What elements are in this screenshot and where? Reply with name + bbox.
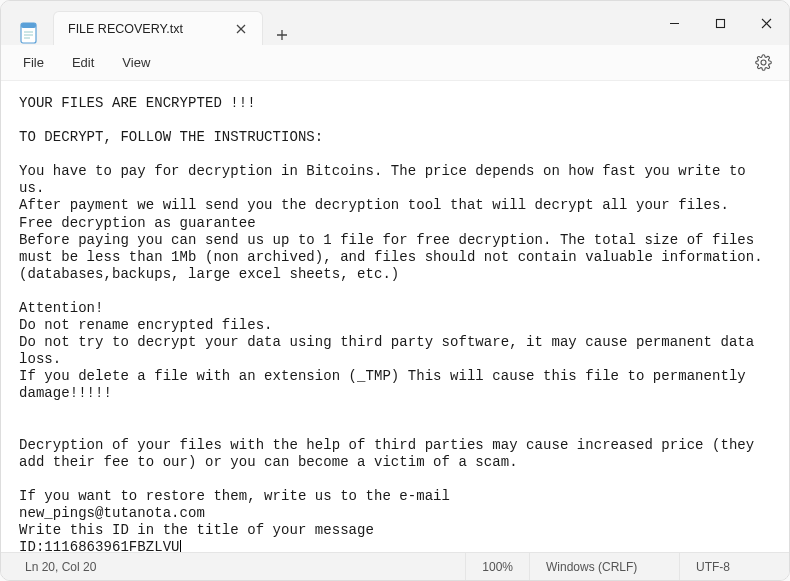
status-encoding[interactable]: UTF-8 — [679, 553, 789, 580]
gear-icon — [755, 54, 772, 71]
text-editor[interactable]: YOUR FILES ARE ENCRYPTED !!! TO DECRYPT,… — [1, 81, 789, 552]
svg-rect-10 — [716, 19, 724, 27]
minimize-button[interactable] — [651, 1, 697, 45]
status-bar: Ln 20, Col 20 100% Windows (CRLF) UTF-8 — [1, 552, 789, 580]
status-zoom[interactable]: 100% — [465, 553, 529, 580]
text-caret — [180, 540, 181, 552]
new-tab-button[interactable] — [265, 29, 299, 41]
notepad-icon — [19, 21, 39, 45]
maximize-button[interactable] — [697, 1, 743, 45]
status-line-ending[interactable]: Windows (CRLF) — [529, 553, 679, 580]
tab-title: FILE RECOVERY.txt — [68, 22, 222, 36]
settings-button[interactable] — [745, 54, 781, 71]
menu-bar: File Edit View — [1, 45, 789, 81]
window-controls — [651, 1, 789, 45]
tab-file-recovery[interactable]: FILE RECOVERY.txt — [53, 11, 263, 45]
close-tab-button[interactable] — [232, 20, 250, 38]
document-text: YOUR FILES ARE ENCRYPTED !!! TO DECRYPT,… — [19, 95, 771, 552]
maximize-icon — [715, 18, 726, 29]
svg-rect-1 — [21, 23, 36, 28]
menu-file[interactable]: File — [9, 49, 58, 76]
menu-view[interactable]: View — [108, 49, 164, 76]
title-bar: FILE RECOVERY.txt — [1, 1, 789, 45]
app-icon — [9, 21, 49, 45]
close-button[interactable] — [743, 1, 789, 45]
minimize-icon — [669, 18, 680, 29]
close-icon — [236, 24, 246, 34]
plus-icon — [276, 29, 288, 41]
status-cursor-position: Ln 20, Col 20 — [1, 553, 112, 580]
close-icon — [761, 18, 772, 29]
menu-edit[interactable]: Edit — [58, 49, 108, 76]
tab-strip: FILE RECOVERY.txt — [1, 1, 299, 45]
